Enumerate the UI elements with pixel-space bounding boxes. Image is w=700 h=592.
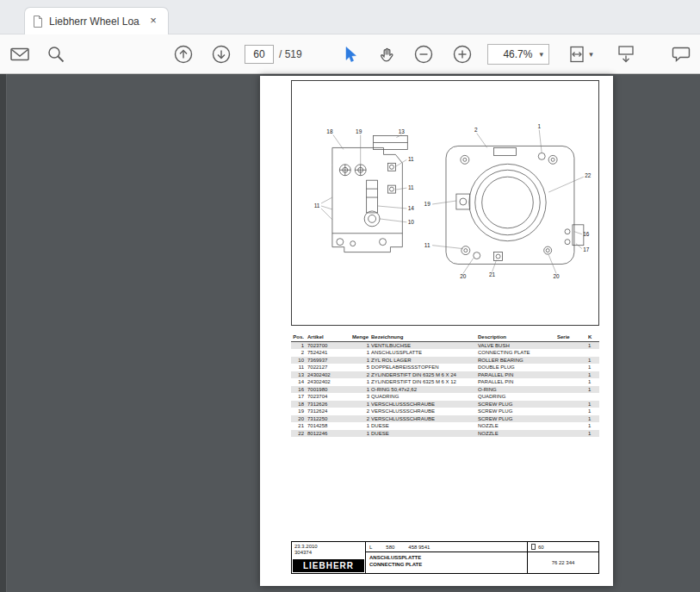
tab-title: Liebherr Wheel Loa... bbox=[49, 16, 140, 28]
table-row: 14 24302402 1 ZYLINDERSTIFT DIN 6325 M 6… bbox=[291, 378, 599, 386]
cell-bezeichnung: O-RING 50,47x2,62 bbox=[370, 386, 477, 394]
cell-k: 1 bbox=[587, 401, 599, 408]
callout-label: 18 bbox=[326, 128, 333, 134]
minus-circle-icon bbox=[414, 45, 433, 64]
cursor-icon bbox=[341, 46, 358, 64]
table-row: 16 7001980 1 O-RING 50,47x2,62 O-RING 1 bbox=[291, 386, 599, 394]
model-row: L 580 458 9541 bbox=[366, 542, 527, 552]
comment-button[interactable] bbox=[668, 41, 694, 67]
cell-pos: 16 bbox=[291, 386, 307, 394]
cell-serie bbox=[556, 349, 587, 357]
callout-label: 10 bbox=[408, 219, 415, 225]
arrow-up-circle-icon bbox=[174, 45, 193, 64]
title-block-left: 23.3.2010 304374 LIEBHERR bbox=[292, 542, 366, 573]
callout-label: 19 bbox=[424, 201, 431, 207]
cell-menge: 1 bbox=[351, 401, 370, 408]
cell-artikel: 7524241 bbox=[307, 349, 351, 357]
table-row: 19 7312624 2 VERSCHLUSSSCHRAUBE SCREW PL… bbox=[291, 408, 599, 415]
date-label: 23.3.2010 bbox=[294, 544, 362, 550]
cell-k: 1 bbox=[587, 422, 599, 430]
ident-number: 458 9541 bbox=[408, 545, 430, 550]
cell-artikel: 7369937 bbox=[307, 357, 351, 365]
callout-label: 20 bbox=[554, 273, 561, 279]
scroll-mode-button[interactable] bbox=[613, 41, 639, 67]
cell-serie bbox=[556, 364, 587, 371]
cell-description: PARALLEL PIN bbox=[477, 378, 556, 386]
email-button[interactable] bbox=[7, 41, 33, 67]
table-row: 13 24302402 2 ZYLINDERSTIFT DIN 6325 M 6… bbox=[291, 371, 599, 379]
page-fit-dropdown[interactable]: ▾ bbox=[561, 41, 599, 67]
table-row: 10 7369937 1 ZYL ROL LAGER ROLLER BEARIN… bbox=[291, 357, 599, 365]
hand-tool-button[interactable] bbox=[375, 41, 400, 67]
header-serie: Serie bbox=[556, 331, 587, 341]
fit-width-icon bbox=[567, 45, 586, 64]
document-tab[interactable]: Liebherr Wheel Loa... × bbox=[24, 7, 169, 34]
continuous-scroll-icon bbox=[616, 45, 636, 64]
title-block-right: 60 76 22 344 bbox=[528, 542, 598, 573]
table-row: 17 7023704 3 QUADRING QUADRING bbox=[291, 393, 599, 401]
zoom-level-value: 46.7% bbox=[493, 48, 539, 60]
select-tool-button[interactable] bbox=[337, 41, 362, 67]
cell-serie bbox=[556, 357, 587, 365]
cell-description: PARALLEL PIN bbox=[477, 371, 556, 379]
parts-table-body: 1 7023700 1 VENTILBUCHSE VALVE BUSH 1 2 … bbox=[291, 341, 599, 437]
table-row: 2 7524241 1 ANSCHLUSSPLATTE CONNECTING P… bbox=[291, 349, 599, 357]
mail-icon bbox=[10, 47, 29, 62]
table-row: 1 7023700 1 VENTILBUCHSE VALVE BUSH 1 bbox=[291, 341, 599, 349]
cell-menge: 1 bbox=[351, 357, 370, 365]
type-label: L bbox=[369, 545, 372, 550]
cell-menge: 5 bbox=[351, 364, 370, 371]
callout-label: 2 bbox=[474, 127, 478, 133]
page-number-input[interactable] bbox=[245, 45, 274, 64]
cell-k: 1 bbox=[587, 408, 599, 415]
search-button[interactable] bbox=[43, 41, 69, 67]
parts-diagram: 18 19 13 11 11 11 14 10 2 1 22 19 16 17 … bbox=[291, 80, 599, 326]
callout-label: 1 bbox=[537, 123, 541, 129]
model-label: 580 bbox=[386, 545, 394, 550]
parts-table: Pos. Artikel Menge Bezeichnung Descripti… bbox=[291, 331, 599, 437]
cell-k: 1 bbox=[587, 364, 599, 371]
cell-menge: 2 bbox=[351, 408, 370, 415]
cell-k: 1 bbox=[587, 430, 599, 438]
cell-serie bbox=[556, 408, 587, 415]
table-row: 20 7312250 2 VERSCHLUSSSCHRAUBE SCREW PL… bbox=[291, 415, 599, 423]
cell-serie bbox=[556, 415, 587, 423]
cell-description: NOZZLE bbox=[477, 430, 556, 438]
tab-close-button[interactable]: × bbox=[146, 15, 160, 28]
cell-menge: 1 bbox=[351, 349, 370, 357]
cell-k: 1 bbox=[587, 378, 599, 386]
title-block: 23.3.2010 304374 LIEBHERR L 580 458 9541… bbox=[291, 541, 599, 574]
callout-label: 14 bbox=[408, 205, 415, 211]
callout-label: 11 bbox=[424, 242, 431, 248]
cell-pos: 17 bbox=[291, 393, 307, 401]
cell-serie bbox=[556, 341, 587, 349]
cell-artikel: 7001980 bbox=[307, 386, 351, 394]
cell-pos: 2 bbox=[291, 349, 307, 357]
cell-serie bbox=[556, 371, 587, 379]
title-block-middle: L 580 458 9541 ANSCHLUSSPLATTE CONNECTIN… bbox=[366, 542, 528, 573]
zoom-level-dropdown[interactable]: 46.7% ▾ bbox=[487, 44, 549, 65]
cell-k: 1 bbox=[587, 415, 599, 423]
cell-bezeichnung: DOPPELABREISSSTOPFEN bbox=[370, 364, 477, 371]
zoom-out-button[interactable] bbox=[411, 41, 437, 67]
document-viewer[interactable]: 18 19 13 11 11 11 14 10 2 1 22 19 16 17 … bbox=[0, 74, 700, 592]
left-view-drawing bbox=[332, 136, 407, 252]
cell-serie bbox=[556, 393, 587, 401]
previous-page-button[interactable] bbox=[170, 41, 196, 67]
cell-description: QUADRING bbox=[477, 393, 556, 401]
page-icon bbox=[531, 544, 536, 550]
cell-menge: 3 bbox=[351, 393, 370, 401]
cell-bezeichnung: ANSCHLUSSPLATTE bbox=[370, 349, 477, 357]
cell-pos: 21 bbox=[291, 422, 307, 430]
cell-description: SCREW PLUG bbox=[477, 415, 556, 423]
next-page-button[interactable] bbox=[208, 41, 234, 67]
zoom-in-button[interactable] bbox=[449, 41, 475, 67]
table-row: 11 7022127 5 DOPPELABREISSSTOPFEN DOUBLE… bbox=[291, 364, 599, 371]
header-k: K bbox=[587, 331, 599, 341]
page-ref-row: 60 bbox=[528, 542, 598, 552]
cell-bezeichnung: ZYLINDERSTIFT DIN 6325 M 6 X 12 bbox=[370, 378, 477, 386]
cell-serie bbox=[556, 401, 587, 408]
cell-description: CONNECTING PLATE bbox=[477, 349, 556, 357]
assembly-title: ANSCHLUSSPLATTE CONNECTING PLATE bbox=[366, 552, 527, 570]
cell-menge: 1 bbox=[351, 378, 370, 386]
